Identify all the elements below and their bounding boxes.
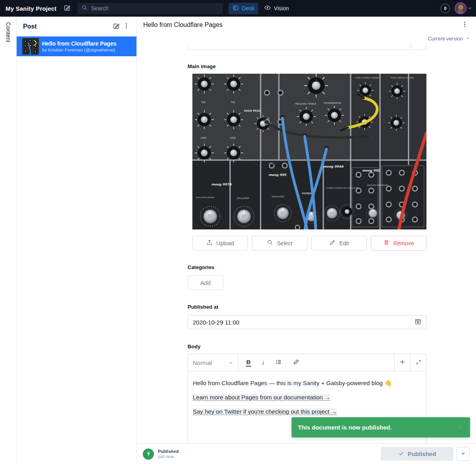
edit-button[interactable]: Edit bbox=[311, 236, 367, 250]
document-footer: Published just now Published bbox=[137, 443, 476, 464]
list-item-post[interactable]: Hello from Cloudflare Pages by Kristian … bbox=[17, 36, 136, 56]
presence-badge[interactable]: 0 bbox=[440, 4, 450, 13]
remove-button[interactable]: Remove bbox=[371, 236, 426, 250]
tab-content[interactable]: Content bbox=[5, 22, 12, 464]
add-category-button[interactable]: Add bbox=[188, 275, 223, 290]
list-pane-header: Post bbox=[17, 17, 136, 36]
slug-field-partial bbox=[188, 44, 426, 50]
slug-input[interactable] bbox=[188, 44, 411, 50]
list-item-subtitle: by Kristian Freeman (@signalnerve) bbox=[42, 48, 116, 52]
expand-editor-button[interactable] bbox=[410, 354, 426, 371]
italic-button[interactable]: i bbox=[262, 359, 265, 366]
new-document-button[interactable] bbox=[62, 3, 72, 14]
editor-toolbar: Normal B i bbox=[188, 354, 426, 371]
label-oscillator-1: OSCILLATOR bbox=[237, 197, 250, 199]
body-paragraph: Hello from Cloudflare Pages — this is my… bbox=[193, 379, 421, 387]
select-button[interactable]: Select bbox=[252, 236, 307, 250]
label-filters: FILTERS bbox=[302, 192, 311, 195]
bold-button[interactable]: B bbox=[246, 359, 251, 367]
document-form: Main image bbox=[137, 44, 476, 443]
compose-icon bbox=[63, 4, 71, 13]
dots-vertical-icon bbox=[123, 23, 130, 31]
pencil-icon bbox=[329, 239, 336, 247]
global-search[interactable] bbox=[78, 3, 223, 14]
create-new-post-button[interactable] bbox=[111, 21, 121, 32]
published-status-icon bbox=[143, 449, 154, 460]
body-link-documentation[interactable]: Learn more about Pages from our document… bbox=[193, 394, 330, 401]
version-selector[interactable]: Current version bbox=[428, 36, 470, 42]
plus-icon bbox=[399, 359, 406, 367]
desk-icon bbox=[232, 5, 239, 12]
document-menu-button[interactable] bbox=[460, 19, 470, 31]
search-icon bbox=[82, 5, 88, 12]
field-label-published-at: Published at bbox=[188, 304, 426, 310]
chevron-down-icon bbox=[228, 359, 233, 366]
upload-button[interactable]: Upload bbox=[192, 236, 248, 250]
pane-title: Post bbox=[23, 23, 111, 30]
label-envelope-generator: ENVELOPE GENERATOR bbox=[367, 184, 388, 186]
document-pane: Hello from Cloudflare Pages Current vers… bbox=[137, 17, 476, 464]
document-title: Hello from Cloudflare Pages bbox=[143, 21, 460, 29]
label-high-pass: HIGH PASS bbox=[244, 109, 261, 113]
document-header: Hello from Cloudflare Pages Current vers… bbox=[137, 17, 476, 44]
svg-text:1400: 1400 bbox=[230, 136, 236, 139]
sanity-studio: My Sanity Project bbox=[0, 0, 476, 464]
toast-close-button[interactable] bbox=[456, 422, 464, 432]
trash-icon bbox=[383, 239, 390, 247]
body-link-twitter[interactable]: Say hey on Twitter if you're checking ou… bbox=[193, 408, 337, 415]
label-vco: VOLTAGE CONTROLLED OSCILLATOR bbox=[326, 187, 358, 189]
svg-text:700: 700 bbox=[230, 101, 235, 103]
publish-button[interactable]: Published bbox=[381, 447, 453, 461]
chevron-down-icon bbox=[465, 36, 470, 42]
label-oscillator-2: OSCILLATOR bbox=[272, 195, 284, 198]
published-at-input[interactable] bbox=[193, 319, 414, 326]
topbar-right: 0 bbox=[440, 2, 472, 14]
toast-message: This document is now published. bbox=[298, 424, 456, 431]
publish-menu-button[interactable] bbox=[457, 447, 470, 461]
tab-desk[interactable]: Desk bbox=[228, 3, 258, 14]
space-rail: Content bbox=[0, 17, 17, 464]
link-button[interactable] bbox=[293, 359, 299, 367]
label-moog-904a: moog 904A bbox=[323, 165, 344, 168]
close-icon bbox=[457, 423, 464, 432]
main-image[interactable]: 500700 10001400 HIGH PASS FREQUENCY RANG… bbox=[192, 74, 426, 229]
label-frequency-range: FREQUENCY RANGE bbox=[295, 103, 317, 105]
post-thumbnail bbox=[22, 38, 39, 55]
label-moog-995: moog 995 bbox=[269, 173, 287, 177]
document-list-pane: Post bbox=[17, 17, 137, 464]
link-icon bbox=[293, 359, 299, 367]
publish-toast: This document is now published. bbox=[292, 417, 470, 437]
bullet-list-icon bbox=[275, 359, 282, 367]
svg-text:1000: 1000 bbox=[200, 136, 206, 139]
calendar-button[interactable] bbox=[414, 317, 422, 327]
field-label-main-image: Main image bbox=[188, 63, 426, 69]
label-fixed-cv-2: FIXED CONTROL VOLTAGE bbox=[391, 77, 414, 79]
search-input[interactable] bbox=[91, 5, 219, 11]
compose-icon bbox=[113, 23, 120, 31]
publish-status-label: Published bbox=[158, 449, 179, 454]
search-icon bbox=[267, 239, 273, 247]
text-style-select[interactable]: Normal bbox=[188, 354, 238, 371]
upload-icon bbox=[206, 239, 213, 247]
publish-status-time: just now bbox=[158, 454, 179, 459]
label-oscillator-driver: OSCILLATOR DRIVER bbox=[196, 197, 214, 199]
label-regeneration: REGENERATION bbox=[324, 102, 341, 104]
user-menu[interactable] bbox=[455, 2, 472, 14]
field-label-body: Body bbox=[188, 344, 426, 349]
slug-generate-button[interactable] bbox=[412, 44, 426, 50]
tool-tabs: Desk Vision bbox=[228, 2, 293, 14]
label-fixed-cv-1: FIXED CONTROL VOLTAGE bbox=[356, 77, 379, 79]
tab-vision[interactable]: Vision bbox=[260, 2, 293, 14]
app-body: Content Post bbox=[0, 17, 476, 464]
label-moog-907a: moog 907A bbox=[211, 183, 232, 186]
calendar-icon bbox=[415, 318, 421, 326]
field-label-categories: Categories bbox=[188, 264, 426, 270]
bullet-list-button[interactable] bbox=[275, 359, 282, 367]
project-title: My Sanity Project bbox=[6, 5, 56, 12]
insert-block-button[interactable] bbox=[394, 354, 410, 371]
pane-menu-button[interactable] bbox=[121, 21, 131, 32]
list-item-title: Hello from Cloudflare Pages bbox=[42, 40, 116, 47]
eye-icon bbox=[264, 4, 271, 12]
svg-text:500: 500 bbox=[201, 101, 206, 103]
chevron-down-icon bbox=[468, 6, 472, 11]
